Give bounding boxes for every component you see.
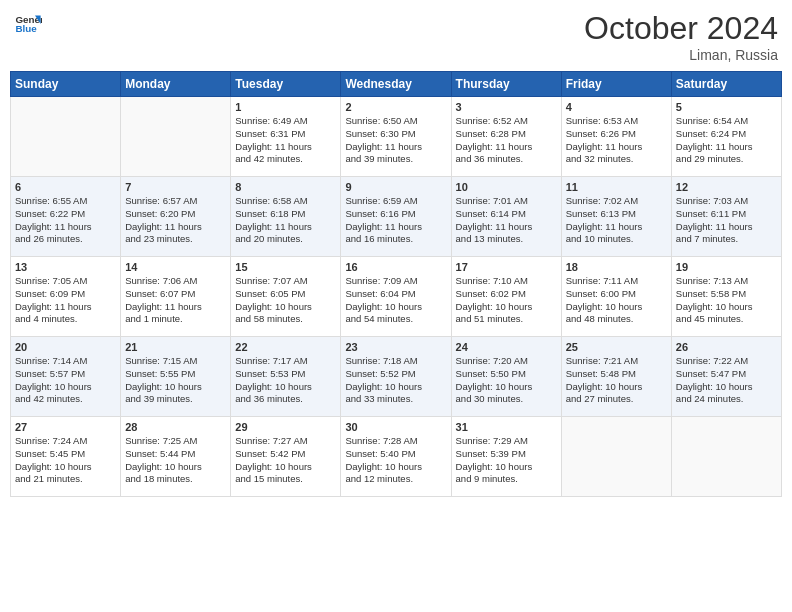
day-number: 12 <box>676 181 777 193</box>
calendar-day-empty <box>11 97 121 177</box>
weekday-header-tuesday: Tuesday <box>231 72 341 97</box>
day-info: Sunrise: 7:24 AM Sunset: 5:45 PM Dayligh… <box>15 435 116 486</box>
calendar-week-row: 6Sunrise: 6:55 AM Sunset: 6:22 PM Daylig… <box>11 177 782 257</box>
calendar-week-row: 1Sunrise: 6:49 AM Sunset: 6:31 PM Daylig… <box>11 97 782 177</box>
page-header: General Blue October 2024 Liman, Russia <box>10 10 782 63</box>
day-number: 25 <box>566 341 667 353</box>
day-number: 6 <box>15 181 116 193</box>
calendar-day-25: 25Sunrise: 7:21 AM Sunset: 5:48 PM Dayli… <box>561 337 671 417</box>
day-info: Sunrise: 7:02 AM Sunset: 6:13 PM Dayligh… <box>566 195 667 246</box>
day-number: 9 <box>345 181 446 193</box>
calendar-day-2: 2Sunrise: 6:50 AM Sunset: 6:30 PM Daylig… <box>341 97 451 177</box>
title-block: October 2024 Liman, Russia <box>584 10 778 63</box>
day-number: 2 <box>345 101 446 113</box>
day-info: Sunrise: 6:55 AM Sunset: 6:22 PM Dayligh… <box>15 195 116 246</box>
month-year: October 2024 <box>584 10 778 47</box>
calendar-day-30: 30Sunrise: 7:28 AM Sunset: 5:40 PM Dayli… <box>341 417 451 497</box>
day-info: Sunrise: 6:53 AM Sunset: 6:26 PM Dayligh… <box>566 115 667 166</box>
weekday-header-monday: Monday <box>121 72 231 97</box>
calendar-day-8: 8Sunrise: 6:58 AM Sunset: 6:18 PM Daylig… <box>231 177 341 257</box>
logo-icon: General Blue <box>14 10 42 38</box>
day-info: Sunrise: 6:58 AM Sunset: 6:18 PM Dayligh… <box>235 195 336 246</box>
calendar-day-5: 5Sunrise: 6:54 AM Sunset: 6:24 PM Daylig… <box>671 97 781 177</box>
day-number: 8 <box>235 181 336 193</box>
calendar-day-10: 10Sunrise: 7:01 AM Sunset: 6:14 PM Dayli… <box>451 177 561 257</box>
day-info: Sunrise: 7:09 AM Sunset: 6:04 PM Dayligh… <box>345 275 446 326</box>
day-number: 20 <box>15 341 116 353</box>
day-number: 28 <box>125 421 226 433</box>
calendar-day-22: 22Sunrise: 7:17 AM Sunset: 5:53 PM Dayli… <box>231 337 341 417</box>
day-number: 15 <box>235 261 336 273</box>
logo: General Blue <box>14 10 42 38</box>
day-info: Sunrise: 7:15 AM Sunset: 5:55 PM Dayligh… <box>125 355 226 406</box>
day-number: 11 <box>566 181 667 193</box>
calendar-day-15: 15Sunrise: 7:07 AM Sunset: 6:05 PM Dayli… <box>231 257 341 337</box>
day-number: 10 <box>456 181 557 193</box>
day-info: Sunrise: 7:13 AM Sunset: 5:58 PM Dayligh… <box>676 275 777 326</box>
weekday-header-friday: Friday <box>561 72 671 97</box>
calendar-day-28: 28Sunrise: 7:25 AM Sunset: 5:44 PM Dayli… <box>121 417 231 497</box>
calendar-day-12: 12Sunrise: 7:03 AM Sunset: 6:11 PM Dayli… <box>671 177 781 257</box>
calendar-day-18: 18Sunrise: 7:11 AM Sunset: 6:00 PM Dayli… <box>561 257 671 337</box>
calendar-day-4: 4Sunrise: 6:53 AM Sunset: 6:26 PM Daylig… <box>561 97 671 177</box>
day-info: Sunrise: 7:14 AM Sunset: 5:57 PM Dayligh… <box>15 355 116 406</box>
day-number: 21 <box>125 341 226 353</box>
day-number: 22 <box>235 341 336 353</box>
calendar-day-29: 29Sunrise: 7:27 AM Sunset: 5:42 PM Dayli… <box>231 417 341 497</box>
calendar-day-14: 14Sunrise: 7:06 AM Sunset: 6:07 PM Dayli… <box>121 257 231 337</box>
day-number: 16 <box>345 261 446 273</box>
weekday-header-saturday: Saturday <box>671 72 781 97</box>
day-info: Sunrise: 7:17 AM Sunset: 5:53 PM Dayligh… <box>235 355 336 406</box>
day-info: Sunrise: 6:59 AM Sunset: 6:16 PM Dayligh… <box>345 195 446 246</box>
calendar-day-21: 21Sunrise: 7:15 AM Sunset: 5:55 PM Dayli… <box>121 337 231 417</box>
day-info: Sunrise: 6:54 AM Sunset: 6:24 PM Dayligh… <box>676 115 777 166</box>
day-info: Sunrise: 6:57 AM Sunset: 6:20 PM Dayligh… <box>125 195 226 246</box>
calendar-day-24: 24Sunrise: 7:20 AM Sunset: 5:50 PM Dayli… <box>451 337 561 417</box>
day-number: 14 <box>125 261 226 273</box>
calendar-day-empty <box>561 417 671 497</box>
day-info: Sunrise: 7:27 AM Sunset: 5:42 PM Dayligh… <box>235 435 336 486</box>
calendar-day-empty <box>671 417 781 497</box>
day-number: 3 <box>456 101 557 113</box>
calendar-week-row: 20Sunrise: 7:14 AM Sunset: 5:57 PM Dayli… <box>11 337 782 417</box>
day-info: Sunrise: 7:18 AM Sunset: 5:52 PM Dayligh… <box>345 355 446 406</box>
weekday-header-row: SundayMondayTuesdayWednesdayThursdayFrid… <box>11 72 782 97</box>
day-info: Sunrise: 7:28 AM Sunset: 5:40 PM Dayligh… <box>345 435 446 486</box>
calendar-week-row: 13Sunrise: 7:05 AM Sunset: 6:09 PM Dayli… <box>11 257 782 337</box>
svg-text:Blue: Blue <box>15 23 37 34</box>
day-number: 4 <box>566 101 667 113</box>
calendar-day-17: 17Sunrise: 7:10 AM Sunset: 6:02 PM Dayli… <box>451 257 561 337</box>
day-info: Sunrise: 7:03 AM Sunset: 6:11 PM Dayligh… <box>676 195 777 246</box>
day-info: Sunrise: 6:50 AM Sunset: 6:30 PM Dayligh… <box>345 115 446 166</box>
day-number: 31 <box>456 421 557 433</box>
day-info: Sunrise: 7:07 AM Sunset: 6:05 PM Dayligh… <box>235 275 336 326</box>
calendar-day-9: 9Sunrise: 6:59 AM Sunset: 6:16 PM Daylig… <box>341 177 451 257</box>
day-number: 24 <box>456 341 557 353</box>
day-info: Sunrise: 7:10 AM Sunset: 6:02 PM Dayligh… <box>456 275 557 326</box>
day-number: 18 <box>566 261 667 273</box>
calendar-day-19: 19Sunrise: 7:13 AM Sunset: 5:58 PM Dayli… <box>671 257 781 337</box>
day-info: Sunrise: 6:49 AM Sunset: 6:31 PM Dayligh… <box>235 115 336 166</box>
calendar-day-6: 6Sunrise: 6:55 AM Sunset: 6:22 PM Daylig… <box>11 177 121 257</box>
weekday-header-sunday: Sunday <box>11 72 121 97</box>
weekday-header-thursday: Thursday <box>451 72 561 97</box>
calendar-day-31: 31Sunrise: 7:29 AM Sunset: 5:39 PM Dayli… <box>451 417 561 497</box>
day-number: 7 <box>125 181 226 193</box>
day-info: Sunrise: 7:05 AM Sunset: 6:09 PM Dayligh… <box>15 275 116 326</box>
day-info: Sunrise: 7:29 AM Sunset: 5:39 PM Dayligh… <box>456 435 557 486</box>
day-info: Sunrise: 7:01 AM Sunset: 6:14 PM Dayligh… <box>456 195 557 246</box>
day-info: Sunrise: 7:22 AM Sunset: 5:47 PM Dayligh… <box>676 355 777 406</box>
day-info: Sunrise: 7:20 AM Sunset: 5:50 PM Dayligh… <box>456 355 557 406</box>
day-number: 13 <box>15 261 116 273</box>
calendar-day-16: 16Sunrise: 7:09 AM Sunset: 6:04 PM Dayli… <box>341 257 451 337</box>
calendar-day-27: 27Sunrise: 7:24 AM Sunset: 5:45 PM Dayli… <box>11 417 121 497</box>
day-number: 17 <box>456 261 557 273</box>
day-number: 27 <box>15 421 116 433</box>
calendar-day-20: 20Sunrise: 7:14 AM Sunset: 5:57 PM Dayli… <box>11 337 121 417</box>
calendar-day-13: 13Sunrise: 7:05 AM Sunset: 6:09 PM Dayli… <box>11 257 121 337</box>
day-info: Sunrise: 7:11 AM Sunset: 6:00 PM Dayligh… <box>566 275 667 326</box>
calendar-day-3: 3Sunrise: 6:52 AM Sunset: 6:28 PM Daylig… <box>451 97 561 177</box>
day-info: Sunrise: 7:06 AM Sunset: 6:07 PM Dayligh… <box>125 275 226 326</box>
day-number: 19 <box>676 261 777 273</box>
day-number: 26 <box>676 341 777 353</box>
